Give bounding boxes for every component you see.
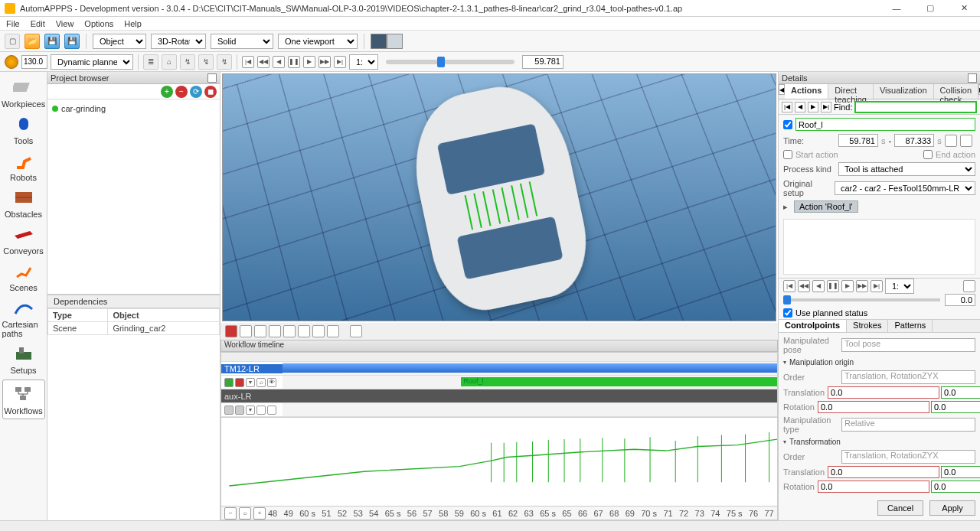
process-kind-select[interactable]: Tool is attached [838, 162, 975, 176]
timeline-chart[interactable] [221, 417, 777, 497]
pause-icon[interactable]: ❚❚ [288, 56, 300, 68]
maximize-button[interactable]: ▢ [919, 2, 942, 15]
object-mode-select[interactable]: Object [93, 34, 146, 49]
action-chip[interactable]: Action 'Roof_l' [794, 200, 858, 213]
skip-start-icon[interactable]: |◀ [242, 56, 254, 68]
details-slider-thumb[interactable] [783, 295, 791, 305]
transform-ry-input[interactable] [931, 481, 980, 493]
close-button[interactable]: ✕ [952, 2, 975, 15]
save-as-icon[interactable]: 💾 [64, 34, 80, 49]
transform-rx-input[interactable] [818, 481, 929, 493]
palette-cartesian-paths[interactable]: Cartesian paths [2, 297, 45, 338]
action-name-input[interactable] [795, 118, 975, 131]
apply-button[interactable]: Apply [929, 500, 975, 516]
origin-ty-input[interactable] [941, 386, 980, 399]
det-step-fwd-icon[interactable]: ▶▶ [856, 280, 868, 292]
subtab-strokes[interactable]: Strokes [847, 320, 888, 332]
subtab-controlpoints[interactable]: Controlpoints [779, 320, 847, 332]
menu-file[interactable]: File [6, 19, 20, 28]
subtab-patterns[interactable]: Patterns [888, 320, 933, 332]
palette-workpieces[interactable]: Workpieces [2, 77, 45, 109]
table-row[interactable]: SceneGrinding_car2 [48, 322, 220, 335]
transform-order-select[interactable]: Translation, RotationZYX [841, 450, 975, 464]
track-eye-icon[interactable]: ⌕ [256, 378, 266, 387]
view-cube-icon[interactable] [240, 325, 252, 337]
tab-visualization[interactable]: Visualization [874, 84, 934, 99]
timeline-ruler[interactable]: − ⌕ + 484960 s5152535465 s5657585960 s61… [221, 506, 777, 520]
det-skip-end-icon[interactable]: ▶| [871, 280, 883, 292]
det-speed-select[interactable]: 1:1 [885, 279, 914, 294]
det-skip-start-icon[interactable]: |◀ [783, 280, 795, 292]
save-icon[interactable]: 💾 [44, 34, 60, 49]
roof-checkbox[interactable] [783, 120, 792, 129]
robot-pose-icon[interactable]: ↯ [180, 54, 195, 70]
3d-viewport[interactable] [222, 73, 776, 321]
original-setup-select[interactable]: car2 - car2 - FesTool150mm-LR [835, 181, 975, 195]
tab-scroll-left-icon[interactable]: ◀ [779, 84, 785, 95]
start-action-checkbox[interactable] [783, 150, 792, 159]
time-opt2-icon[interactable] [960, 135, 972, 147]
palette-obstacles[interactable]: Obstacles [2, 187, 45, 219]
timeline-track-aux[interactable]: aux-LR [221, 389, 777, 403]
origin-order-select[interactable]: Translation, RotationZYX [841, 370, 975, 384]
det-step-back-icon[interactable]: ◀◀ [798, 280, 810, 292]
transformation-header[interactable]: Transformation [783, 436, 975, 448]
play-back-icon[interactable]: ◀ [273, 56, 285, 68]
minimize-button[interactable]: — [885, 2, 908, 15]
origin-tx-input[interactable] [828, 386, 939, 399]
palette-tools[interactable]: Tools [2, 113, 45, 145]
origin-ry-input[interactable] [931, 401, 980, 413]
panel-collapse-icon[interactable] [968, 73, 977, 83]
preview-toggle[interactable] [371, 34, 403, 49]
track-btn-icon[interactable] [235, 406, 244, 415]
manip-type-select[interactable]: Relative [841, 418, 975, 432]
palette-conveyors[interactable]: Conveyors [2, 223, 45, 256]
hand-icon[interactable] [350, 325, 362, 337]
refresh-icon[interactable]: ⟳ [190, 86, 202, 98]
project-tree[interactable]: car-grinding [47, 99, 220, 295]
timeline-slider[interactable] [386, 60, 514, 64]
manip-origin-header[interactable]: Manipulation origin [783, 357, 975, 368]
menu-help[interactable]: Help [124, 19, 142, 28]
planner-mode-select[interactable]: Dynamic planner [51, 54, 133, 70]
record-icon[interactable] [225, 325, 237, 337]
menu-edit[interactable]: Edit [31, 19, 45, 28]
transform-tx-input[interactable] [828, 466, 939, 478]
timeline-track-tm12[interactable]: TM12-LR [221, 362, 777, 376]
skip-end-icon[interactable]: ▶| [334, 56, 346, 68]
track-btn-icon[interactable] [267, 406, 276, 415]
col-type[interactable]: Type [48, 309, 108, 322]
details-slider-value[interactable] [945, 294, 975, 306]
viewport-layout-select[interactable]: One viewport [278, 34, 358, 49]
zoom-in-icon[interactable]: + [253, 507, 266, 520]
find-input[interactable] [854, 101, 977, 113]
cancel-button[interactable]: Cancel [877, 500, 923, 516]
nav-last-icon[interactable]: ▶| [821, 102, 831, 112]
robot-sim-icon[interactable]: ↯ [198, 54, 214, 70]
menu-options[interactable]: Options [84, 19, 113, 28]
track-btn-icon[interactable] [224, 406, 234, 415]
track-play-icon[interactable] [224, 378, 234, 387]
track-btn-icon[interactable]: ▾ [246, 406, 255, 415]
det-play-icon[interactable]: ▶ [841, 280, 854, 292]
view-persp-icon[interactable] [298, 325, 310, 337]
det-play-back-icon[interactable]: ◀ [812, 280, 825, 292]
time-opt1-icon[interactable] [945, 135, 957, 147]
tab-collision[interactable]: Collision check [934, 84, 979, 99]
shading-select[interactable]: Solid [211, 34, 273, 49]
time-to-input[interactable] [894, 134, 934, 147]
use-planned-checkbox[interactable] [783, 308, 792, 318]
planner-wheel-icon[interactable] [5, 55, 18, 69]
view-reset-icon[interactable] [254, 325, 266, 337]
time-from-input[interactable] [838, 134, 878, 147]
zoom-out-icon[interactable]: − [224, 507, 237, 520]
play-icon[interactable]: ▶ [303, 56, 315, 68]
track-eye2-icon[interactable]: 👁 [267, 378, 276, 387]
view-ortho-icon[interactable] [283, 325, 296, 337]
add-item-icon[interactable]: + [161, 86, 173, 98]
palette-robots[interactable]: Robots [2, 150, 45, 182]
tree-item-car-grinding[interactable]: car-grinding [52, 104, 215, 113]
nav-first-icon[interactable]: |◀ [782, 102, 792, 112]
step-fwd-icon[interactable]: ▶▶ [318, 56, 331, 68]
robot-exec-icon[interactable]: ↯ [217, 54, 232, 70]
